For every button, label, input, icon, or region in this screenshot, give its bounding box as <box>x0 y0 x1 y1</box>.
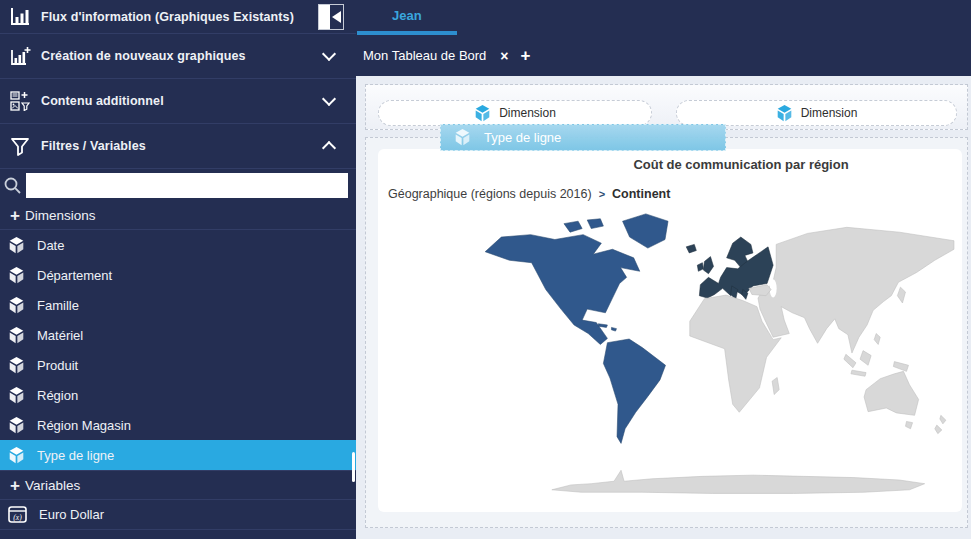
map-region-australia[interactable] <box>864 371 919 415</box>
dimensions-section-header[interactable]: + Dimensions <box>0 201 356 230</box>
breadcrumb-level[interactable]: Continent <box>612 187 670 201</box>
chevron-up-icon <box>322 141 336 155</box>
dimension-item-region-magasin[interactable]: Région Magasin <box>0 410 356 440</box>
chart-card: Coût de communication par région Géograp… <box>378 149 962 512</box>
map-caspian-sea <box>770 279 777 297</box>
variable-label: Euro Dollar <box>39 507 104 522</box>
sidebar-item-flux-information[interactable]: Flux d'information (Graphiques Existants… <box>0 0 356 34</box>
map-region-iceland[interactable] <box>686 244 696 253</box>
section-header-label: Variables <box>25 478 80 493</box>
map-region-new-zealand[interactable] <box>935 415 946 433</box>
bar-chart-icon <box>8 7 32 26</box>
dashboard-tab[interactable]: Mon Tableau de Bord × + <box>363 47 530 64</box>
sidebar-scrollbar-thumb[interactable] <box>352 452 355 482</box>
map-region-north-america[interactable] <box>485 235 640 345</box>
dashboard-tab-label: Mon Tableau de Bord <box>363 48 486 63</box>
drag-chip-label: Type de ligne <box>484 130 561 145</box>
cube-icon <box>8 297 25 314</box>
cube-icon <box>8 447 25 464</box>
filter-search-row <box>0 169 356 201</box>
collapse-bar <box>319 5 330 29</box>
cube-icon <box>8 327 25 344</box>
cube-icon <box>8 267 25 284</box>
tab-jean[interactable]: Jean <box>392 8 422 23</box>
cube-icon <box>454 129 471 146</box>
world-map-chart <box>470 209 955 502</box>
variables-section-header[interactable]: + Variables <box>0 470 356 500</box>
map-region-antarctica[interactable] <box>552 470 925 493</box>
topbar: Jean Mon Tableau de Bord × + <box>356 0 971 76</box>
map-region-japan[interactable] <box>897 287 905 303</box>
cube-icon <box>8 357 25 374</box>
svg-text:(x): (x) <box>13 513 22 522</box>
arrow-left-icon <box>332 11 341 23</box>
dimension-dropzone-2[interactable]: Dimension <box>676 100 957 126</box>
dimension-label: Famille <box>37 298 79 313</box>
cube-icon <box>8 417 25 434</box>
sidebar-item-filtres-variables[interactable]: Filtres / Variables <box>0 124 356 169</box>
dimension-item-departement[interactable]: Département <box>0 260 356 290</box>
sidebar-item-label: Contenu additionnel <box>41 94 324 108</box>
cube-icon <box>776 105 793 122</box>
formula-icon: (x) <box>8 506 27 523</box>
plus-icon: + <box>10 477 20 494</box>
map-region-tasmania[interactable] <box>905 421 912 428</box>
chart-dropzone: Coût de communication par région Géograp… <box>365 137 968 528</box>
dragged-dimension-chip[interactable]: Type de ligne <box>440 124 726 151</box>
map-region-south-america[interactable] <box>603 339 665 443</box>
sidebar: Flux d'information (Graphiques Existants… <box>0 0 356 539</box>
dimension-label: Matériel <box>37 328 83 343</box>
funnel-icon <box>8 137 32 156</box>
map-region-arctic-islands[interactable] <box>564 219 603 232</box>
cube-icon <box>8 237 25 254</box>
sidebar-item-label: Flux d'information (Graphiques Existants… <box>41 10 318 24</box>
sidebar-item-label: Création de nouveaux graphiques <box>41 49 324 63</box>
dimension-label: Région <box>37 388 78 403</box>
section-header-label: Dimensions <box>25 208 96 223</box>
chart-plus-icon <box>8 46 32 66</box>
dimension-item-famille[interactable]: Famille <box>0 290 356 320</box>
map-region-ireland[interactable] <box>697 263 703 272</box>
app-window: Flux d'information (Graphiques Existants… <box>0 0 971 539</box>
dropzone-label: Dimension <box>801 106 858 120</box>
dimension-item-region[interactable]: Région <box>0 380 356 410</box>
dimension-label: Région Magasin <box>37 418 131 433</box>
sidebar-item-label: Filtres / Variables <box>41 139 324 153</box>
map-region-asia[interactable] <box>758 227 954 353</box>
breadcrumb: Géographique (régions depuis 2016) > Con… <box>388 187 670 201</box>
filter-search-input[interactable] <box>26 173 348 198</box>
content-grid-icon <box>8 91 32 111</box>
add-tab-icon[interactable]: + <box>521 47 531 64</box>
search-icon <box>3 176 22 195</box>
close-tab-icon[interactable]: × <box>500 48 508 64</box>
dimension-item-type-de-ligne[interactable]: Type de ligne <box>0 440 356 470</box>
chevron-right-icon: > <box>599 188 605 200</box>
dimension-item-date[interactable]: Date <box>0 230 356 260</box>
chart-title: Coût de communication par région <box>633 157 848 172</box>
dimension-label: Date <box>37 238 64 253</box>
dimension-item-produit[interactable]: Produit <box>0 350 356 380</box>
cube-icon <box>8 387 25 404</box>
chevron-down-icon <box>322 92 336 106</box>
sidebar-item-contenu-additionnel[interactable]: Contenu additionnel <box>0 79 356 124</box>
collapse-sidebar-button[interactable] <box>318 4 344 30</box>
map-region-uk[interactable] <box>703 257 713 274</box>
dashboard-canvas: Dimension Dimension Type de ligne Coût d… <box>356 76 971 539</box>
plus-icon: + <box>10 207 20 224</box>
chevron-down-icon <box>322 47 336 61</box>
dimension-label: Département <box>37 268 112 283</box>
dimension-item-materiel[interactable]: Matériel <box>0 320 356 350</box>
variable-item-euro-dollar[interactable]: (x) Euro Dollar <box>0 500 356 530</box>
dimension-label: Type de ligne <box>37 448 114 463</box>
map-region-madagascar[interactable] <box>772 377 779 394</box>
map-region-greenland[interactable] <box>623 214 668 248</box>
cube-icon <box>474 105 491 122</box>
breadcrumb-hierarchy[interactable]: Géographique (régions depuis 2016) <box>388 187 592 201</box>
sidebar-item-creation-graphiques[interactable]: Création de nouveaux graphiques <box>0 34 356 79</box>
dimension-dropzone-1[interactable]: Dimension <box>378 100 652 126</box>
dropzone-label: Dimension <box>499 106 556 120</box>
active-tab-underline <box>357 31 457 35</box>
dimension-label: Produit <box>37 358 78 373</box>
